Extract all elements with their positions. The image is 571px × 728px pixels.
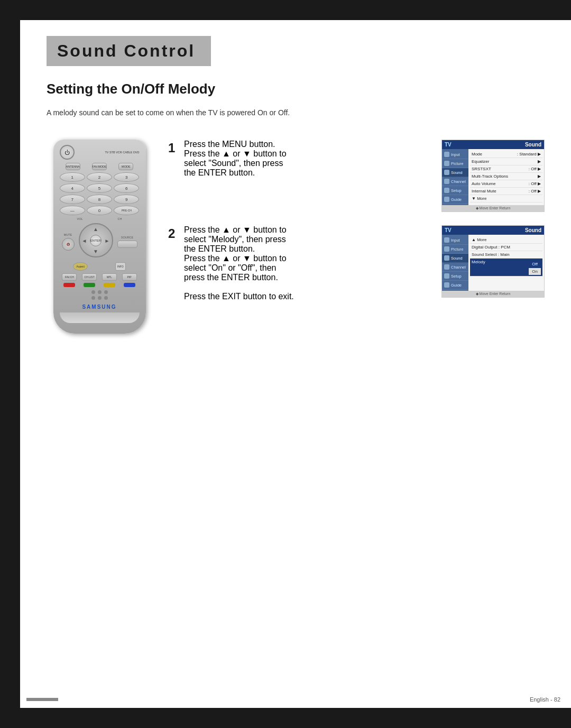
samsung-brand: SAMSUNG xyxy=(60,304,140,310)
red-button[interactable] xyxy=(63,283,75,287)
blue-button[interactable] xyxy=(124,283,135,287)
dot xyxy=(104,290,108,294)
nav-up[interactable]: ▲ xyxy=(93,226,98,232)
tv-panel-2-content: ▲ More Digital Output : PCM Sound Select… xyxy=(468,235,544,291)
tv-srstsxt-label: SRSTSXT xyxy=(472,167,491,171)
tv-row-more: ▼ More xyxy=(470,195,542,202)
nav-down[interactable]: ▼ xyxy=(93,248,98,254)
tv-panel-2: TV Sound Input Picture xyxy=(441,225,545,298)
yellow-button[interactable] xyxy=(104,283,115,287)
tv-equalizer-label: Equalizer xyxy=(472,159,489,164)
section-title: Setting the On/Off Melody xyxy=(47,81,545,97)
steps-and-panels: 1 Press the MENU button. Press the ▲ or … xyxy=(168,140,545,301)
mute-button[interactable]: 🔇 xyxy=(62,238,75,251)
btn-1[interactable]: 1 xyxy=(60,172,85,182)
step-2-line-2: select "Melody", then press xyxy=(184,235,434,244)
step-1-line-3: select "Sound", then press xyxy=(184,159,434,168)
intro-text: A melody sound can be set to come on whe… xyxy=(47,107,545,118)
tv-panel-2-sidebar: Input Picture Sound xyxy=(442,235,468,291)
footer-bar xyxy=(26,698,58,701)
aspect-button[interactable]: Aspect xyxy=(73,262,88,271)
btn-4[interactable]: 4 xyxy=(60,183,85,193)
favmode-label: FAV.MODE xyxy=(92,165,107,168)
sidebar2-input-label: Input xyxy=(451,238,460,243)
tv-panel-1-header: TV Sound xyxy=(442,140,544,149)
power-button[interactable]: ⏻ xyxy=(60,145,75,160)
sidebar-picture: Picture xyxy=(442,159,468,168)
pip-button[interactable]: PIP xyxy=(122,273,137,281)
nav-cluster: ▲ ▼ ◄ ► ENTER xyxy=(79,223,113,257)
sidebar2-sound: Sound xyxy=(442,254,468,263)
dot-line-2 xyxy=(91,296,108,300)
sidebar-setup: Setup xyxy=(442,186,468,195)
btn-7[interactable]: 7 xyxy=(60,195,85,204)
favch-button[interactable]: FAV.CH xyxy=(62,273,77,281)
dot xyxy=(91,290,95,294)
tv2-melody-label: Melody xyxy=(472,260,485,275)
remote-top-labels: TV STB VCR CABLE DVD xyxy=(105,151,139,154)
btn-9[interactable]: 9 xyxy=(114,195,139,204)
left-border xyxy=(0,0,20,728)
tv2-row-digital: Digital Output : PCM xyxy=(470,244,542,251)
sidebar-setup-label: Setup xyxy=(451,188,462,193)
step-2-line-5: select "On" or "Off", then xyxy=(184,263,434,273)
sidebar-guide: Guide xyxy=(442,195,468,204)
step-1-row: 1 Press the MENU button. Press the ▲ or … xyxy=(168,140,545,212)
btn-prech[interactable]: PRE-CH xyxy=(114,206,139,215)
mtl-button[interactable]: MTL xyxy=(102,273,117,281)
dot xyxy=(98,290,102,294)
sidebar-setup-icon xyxy=(444,188,449,193)
tv-row-equalizer: Equalizer ▶ xyxy=(470,158,542,165)
sidebar-sound: Sound xyxy=(442,168,468,177)
favmode-button[interactable]: FAV.MODE xyxy=(92,163,107,170)
mode-button[interactable]: MODE xyxy=(118,163,133,170)
sidebar2-guide-label: Guide xyxy=(451,283,462,288)
tv-panel-1-body: Input Picture Sound xyxy=(442,149,544,205)
bottom-border xyxy=(0,708,571,728)
step-2-row: 2 Press the ▲ or ▼ button to select "Mel… xyxy=(168,225,545,301)
chlist-button[interactable]: CH LIST xyxy=(82,273,97,281)
tv-panel-1-content: Mode : Standard ▶ Equalizer ▶ SRSTSXT : … xyxy=(468,149,544,205)
ch-label: CH xyxy=(118,217,122,220)
btn-2[interactable]: 2 xyxy=(87,172,112,182)
sidebar2-picture-label: Picture xyxy=(451,247,463,252)
nav-right[interactable]: ► xyxy=(105,237,110,243)
tv-panel-2-header: TV Sound xyxy=(442,226,544,235)
mute-source-row: MUTE 🔇 ▲ ▼ ◄ ► ENTER xyxy=(60,223,140,260)
green-button[interactable] xyxy=(84,283,95,287)
tv-panel-1: TV Sound Input Picture xyxy=(441,140,545,212)
btn-5[interactable]: 5 xyxy=(87,183,112,193)
btn-dash[interactable]: — xyxy=(60,206,85,215)
btn-0[interactable]: 0 xyxy=(87,206,112,215)
tv-label-1: TV xyxy=(445,142,452,148)
sidebar2-picture-icon xyxy=(444,246,449,252)
step-1-line-2: Press the ▲ or ▼ button to xyxy=(184,149,434,159)
btn-6[interactable]: 6 xyxy=(114,183,139,193)
enter-button[interactable]: ENTER xyxy=(90,235,102,246)
vol-ch-row: VOL CH xyxy=(60,217,140,220)
btn-3[interactable]: 3 xyxy=(114,172,139,182)
step-2-line-1: Press the ▲ or ▼ button to xyxy=(184,225,434,235)
sidebar-channel: Channel xyxy=(442,177,468,186)
sidebar-sound-label: Sound xyxy=(451,170,463,175)
tv-row-srstsxt: SRSTSXT : Off ▶ xyxy=(470,165,542,173)
melody-on-option[interactable]: On xyxy=(529,268,541,275)
step-1-number: 1 xyxy=(168,141,179,155)
sidebar2-input-icon xyxy=(444,237,449,243)
nav-left[interactable]: ◄ xyxy=(82,237,87,243)
function-row: Aspect INFO xyxy=(60,262,140,271)
info-button[interactable]: INFO xyxy=(115,262,126,271)
sidebar2-setup: Setup xyxy=(442,272,468,281)
step-1-line-1: Press the MENU button. xyxy=(184,140,434,149)
melody-off-option[interactable]: Off xyxy=(529,261,541,268)
sidebar-guide-icon xyxy=(444,197,449,202)
tv2-soundselect-label: Sound Select : Main xyxy=(472,252,510,257)
page-content: Sound Control Setting the On/Off Melody … xyxy=(20,20,571,708)
btn-8[interactable]: 8 xyxy=(87,195,112,204)
tv-internalmute-value: : Off ▶ xyxy=(529,189,541,193)
dot-line-1 xyxy=(91,290,108,294)
tv-mode-label: Mode xyxy=(472,152,482,156)
tv-more-label: ▼ More xyxy=(472,196,486,201)
source-button[interactable] xyxy=(117,241,137,248)
antenna-button[interactable]: ANTENNA xyxy=(66,163,80,170)
